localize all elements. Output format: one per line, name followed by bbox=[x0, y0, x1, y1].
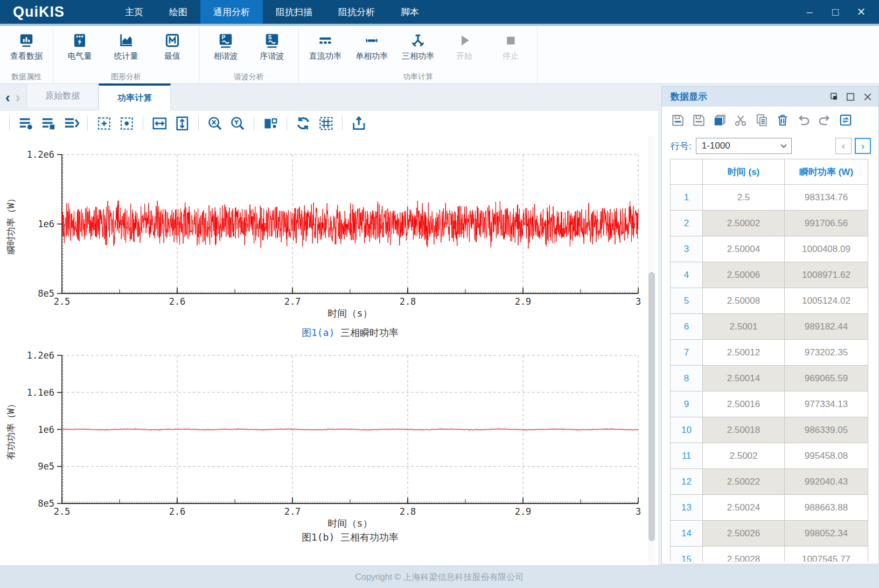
cell-value[interactable]: 969065.59 bbox=[785, 366, 868, 391]
fit-width-icon[interactable] bbox=[151, 115, 168, 131]
delete-icon[interactable] bbox=[776, 113, 790, 127]
save-as-icon[interactable] bbox=[692, 113, 706, 127]
row-number[interactable]: 8 bbox=[671, 366, 703, 391]
tab-scroll-forward-icon[interactable]: › bbox=[16, 90, 20, 104]
ribbon-button-dc-power[interactable]: 直流功率 bbox=[302, 30, 348, 61]
cell-value[interactable]: 2.5001 bbox=[703, 314, 785, 340]
menu-item-home[interactable]: 主页 bbox=[112, 0, 156, 24]
active-power-series bbox=[62, 429, 638, 430]
row-number[interactable]: 5 bbox=[671, 288, 703, 314]
fit-height-icon[interactable] bbox=[174, 115, 190, 131]
cell-value[interactable]: 2.50024 bbox=[703, 495, 785, 521]
ribbon-button-view-data[interactable]: 查看数据 bbox=[3, 30, 50, 61]
zoom-x-icon[interactable] bbox=[207, 115, 223, 131]
row-number[interactable]: 11 bbox=[671, 443, 703, 469]
cell-value[interactable]: 977334.13 bbox=[785, 391, 868, 417]
ribbon-button-max-value[interactable]: 最值 bbox=[149, 30, 196, 61]
maximize-button[interactable]: □ bbox=[825, 4, 846, 20]
float-icon[interactable] bbox=[828, 92, 839, 102]
tab-power-calculation[interactable]: 功率计算 bbox=[99, 83, 171, 111]
cell-value[interactable]: 2.5 bbox=[703, 185, 785, 211]
row-number[interactable]: 12 bbox=[671, 469, 703, 495]
row-number[interactable]: 3 bbox=[671, 236, 703, 262]
plot-list-add-icon[interactable] bbox=[18, 115, 34, 131]
copy-stack-icon[interactable] bbox=[713, 113, 727, 127]
cell-value[interactable]: 2.50014 bbox=[703, 366, 785, 391]
cell-value[interactable]: 995458.08 bbox=[785, 443, 868, 469]
cell-value[interactable]: 2.50026 bbox=[703, 521, 785, 547]
row-number[interactable]: 7 bbox=[671, 340, 703, 366]
plot-list-expand-icon[interactable] bbox=[63, 115, 79, 131]
menu-item-draw[interactable]: 绘图 bbox=[156, 0, 200, 24]
cell-value[interactable]: 2.50012 bbox=[703, 340, 785, 366]
prev-page-button[interactable]: ‹ bbox=[835, 138, 852, 154]
export-icon[interactable] bbox=[351, 115, 367, 131]
row-number[interactable]: 2 bbox=[671, 211, 703, 236]
cell-value[interactable]: 2.50004 bbox=[703, 236, 785, 262]
plot-list-select-icon[interactable] bbox=[40, 115, 57, 131]
cell-value[interactable]: 2.5002 bbox=[703, 443, 785, 469]
panel-maximize-icon[interactable] bbox=[845, 92, 856, 102]
cell-value[interactable]: 992040.43 bbox=[785, 469, 868, 495]
cell-value[interactable]: 991706.56 bbox=[785, 211, 868, 236]
save-icon[interactable] bbox=[671, 113, 685, 127]
pan-region-icon[interactable] bbox=[118, 115, 135, 131]
menu-item-general-analysis[interactable]: 通用分析 bbox=[200, 0, 263, 24]
row-number[interactable]: 9 bbox=[671, 391, 703, 417]
scrollbar-thumb[interactable] bbox=[648, 272, 655, 541]
close-button[interactable]: ✕ bbox=[851, 4, 871, 20]
cell-value[interactable]: 2.50008 bbox=[703, 288, 785, 314]
row-number[interactable]: 14 bbox=[671, 521, 703, 547]
zoom-region-icon[interactable] bbox=[96, 115, 112, 131]
menu-item-impedance-analysis[interactable]: 阻抗分析 bbox=[325, 0, 388, 24]
refresh-icon[interactable] bbox=[295, 115, 311, 131]
cell-value[interactable]: 2.50028 bbox=[703, 547, 785, 562]
panel-close-icon[interactable] bbox=[862, 92, 873, 102]
grid-region-icon[interactable] bbox=[318, 115, 334, 131]
cell-value[interactable]: 1005124.02 bbox=[785, 288, 868, 314]
chart-pane-scrollbar[interactable] bbox=[648, 136, 655, 565]
cell-value[interactable]: 989182.44 bbox=[785, 314, 868, 340]
undo-icon[interactable] bbox=[797, 113, 811, 127]
ribbon-button-statistics[interactable]: 统计量 bbox=[103, 30, 149, 61]
redo-icon[interactable] bbox=[818, 113, 832, 127]
row-number[interactable]: 13 bbox=[671, 495, 703, 521]
cell-value[interactable]: 2.50018 bbox=[703, 417, 785, 443]
cut-icon[interactable] bbox=[734, 113, 748, 127]
row-number[interactable]: 10 bbox=[671, 417, 703, 443]
ribbon-button-electrical-quantity[interactable]: 电气量 bbox=[57, 30, 103, 61]
ribbon-button-sequence-harmonic[interactable]: S序谐波 bbox=[249, 30, 295, 61]
menu-item-script[interactable]: 脚本 bbox=[388, 0, 432, 24]
cell-value[interactable]: 983134.76 bbox=[785, 185, 868, 211]
row-range-dropdown[interactable]: 1-1000 bbox=[696, 138, 792, 154]
tab-raw-data[interactable]: 原始数据 bbox=[26, 83, 99, 108]
cell-value[interactable]: 998052.34 bbox=[785, 521, 868, 547]
sync-icon[interactable] bbox=[839, 113, 853, 127]
cell-value[interactable]: 2.50006 bbox=[703, 262, 785, 288]
minimize-button[interactable]: – bbox=[799, 4, 820, 20]
row-number[interactable]: 15 bbox=[671, 547, 703, 562]
ribbon-button-single-phase-power[interactable]: 单相功率 bbox=[348, 30, 395, 61]
ribbon-button-phase-harmonic[interactable]: P相谐波 bbox=[203, 30, 249, 61]
legend-icon[interactable] bbox=[262, 115, 278, 131]
cell-value[interactable]: 973202.35 bbox=[785, 340, 868, 366]
next-page-button[interactable]: › bbox=[855, 138, 871, 154]
cell-value[interactable]: 2.50016 bbox=[703, 391, 785, 417]
x-tick-label: 2.8 bbox=[400, 506, 416, 517]
cell-value[interactable]: 2.50002 bbox=[703, 211, 785, 236]
cell-value[interactable]: 988663.88 bbox=[785, 495, 868, 521]
cell-value[interactable]: 1008971.62 bbox=[785, 262, 868, 288]
ribbon-button-three-phase-power[interactable]: 三相功率 bbox=[395, 30, 441, 61]
row-number[interactable]: 4 bbox=[671, 262, 703, 288]
tab-scroll-back-icon[interactable]: ‹ bbox=[5, 90, 10, 104]
cell-value[interactable]: 2.50022 bbox=[703, 469, 785, 495]
cell-value[interactable]: 986339.05 bbox=[785, 417, 868, 443]
table-row: 52.500081005124.02 bbox=[671, 288, 868, 314]
menu-item-impedance-scan[interactable]: 阻抗扫描 bbox=[263, 0, 325, 24]
row-number[interactable]: 1 bbox=[671, 185, 703, 211]
cell-value[interactable]: 1000408.09 bbox=[785, 236, 868, 262]
copy-icon[interactable] bbox=[755, 113, 769, 127]
zoom-y-icon[interactable] bbox=[229, 115, 246, 131]
row-number[interactable]: 6 bbox=[671, 314, 703, 340]
cell-value[interactable]: 1007545.77 bbox=[785, 547, 868, 562]
